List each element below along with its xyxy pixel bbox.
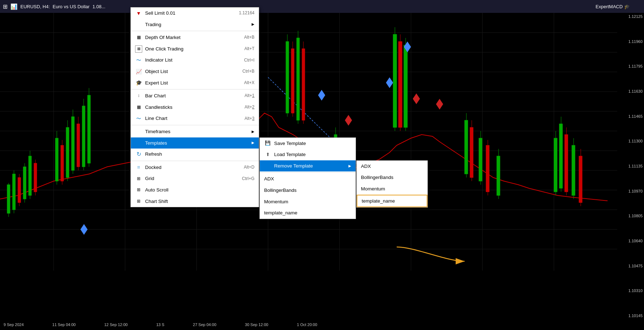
depth-shortcut: Alt+B: [244, 34, 254, 41]
load-tpl-icon: ⬆: [264, 151, 271, 158]
menu-item-indicator[interactable]: 〜 Indicator List Ctrl+I: [131, 54, 259, 66]
time-7: 1 Oct 20:00: [297, 322, 317, 327]
submenu-remove-template[interactable]: Remove Template ▶ ADX BollingerBands Mom…: [260, 160, 356, 172]
price-13: 1.10145: [619, 314, 643, 318]
object-shortcut: Ctrl+B: [242, 68, 254, 75]
menu-item-templates[interactable]: Templates ▶ 💾 Save Template ⬆ Load Templ…: [131, 137, 259, 149]
price-12: 1.10310: [619, 288, 643, 293]
remove-submenu: ADX BollingerBands Momentum template_nam…: [356, 160, 428, 208]
load-template-label: Load Template: [274, 151, 306, 159]
submenu-adx-label: ADX: [264, 175, 274, 183]
submenu-momentum-label: Momentum: [264, 198, 288, 206]
menu-item-timeframes[interactable]: Timeframes ▶: [131, 126, 259, 137]
remove-arrow: ▶: [348, 163, 351, 169]
expert-shortcut: Alt+X: [244, 79, 254, 86]
menu-item-grid[interactable]: ⊞ Grid Ctrl+G: [131, 173, 259, 184]
candles-shortcut: Alt+2: [244, 104, 254, 111]
oneclick-label: One Click Trading: [145, 45, 183, 53]
time-3: 12 Sep 12:00: [104, 322, 128, 327]
price-10: 1.10640: [619, 239, 643, 243]
price-3: 1.11795: [619, 64, 643, 68]
top-bar: ⊞ 📊 EURUSD, H4: Euro vs US Dollar 1.08..…: [0, 0, 644, 13]
sell-limit-shortcut: 1.12164: [239, 10, 254, 16]
time-1: 9 Sep 2024: [4, 322, 24, 327]
submenu-momentum[interactable]: Momentum: [260, 196, 356, 208]
chartshift-label: Chart Shift: [145, 198, 168, 205]
price-11: 1.10475: [619, 264, 643, 268]
separator-2: [131, 89, 259, 89]
menu-item-docked[interactable]: ⌗ Docked Alt+D: [131, 162, 259, 173]
depth-icon: ▦: [135, 34, 142, 41]
rm-adx[interactable]: ADX: [357, 161, 427, 172]
indicator-shortcut: Ctrl+I: [244, 57, 254, 64]
menu-item-trading[interactable]: Trading ▶: [131, 19, 259, 30]
symbol-label: EURUSD, H4:: [20, 4, 50, 9]
submenu-save-template[interactable]: 💾 Save Template: [260, 138, 356, 149]
price-9: 1.10805: [619, 214, 643, 218]
templates-icon: [135, 139, 142, 146]
price-5: 1.11465: [619, 114, 643, 118]
menu-item-candles[interactable]: ▦ Candlesticks Alt+2: [131, 102, 259, 113]
autoscroll-label: Auto Scroll: [145, 186, 168, 194]
menu-item-barchart[interactable]: ↕ Bar Chart Alt+1: [131, 90, 259, 102]
grid-shortcut: Ctrl+G: [242, 175, 254, 182]
menu-item-sell-limit[interactable]: ▼ Sell Limit 0.01 1.12164: [131, 8, 259, 19]
price-label: 1.08...: [93, 4, 105, 9]
submenu-template-name-label: template_name: [264, 209, 297, 217]
indicator-label: Indicator List: [145, 56, 173, 64]
barchart-label: Bar Chart: [145, 92, 166, 100]
barchart-shortcut: Alt+1: [244, 92, 254, 99]
submenu-adx[interactable]: ADX: [260, 173, 356, 185]
docked-shortcut: Alt+D: [244, 164, 254, 171]
indicator-icon: 〜: [135, 57, 142, 64]
rm-template-name[interactable]: template_name: [357, 195, 427, 208]
rm-momentum-label: Momentum: [361, 185, 385, 193]
price-axis: 1.12125 1.11960 1.11795 1.11630 1.11465 …: [617, 13, 644, 319]
candles-label: Candlesticks: [145, 103, 173, 111]
timeframes-icon: [135, 128, 142, 135]
menu-item-refresh[interactable]: ↻ Refresh: [131, 149, 259, 160]
menu-item-oneclick[interactable]: ⊠ One Click Trading Alt+T: [131, 43, 259, 55]
menu-item-object[interactable]: 📈 Object List Ctrl+B: [131, 66, 259, 77]
rm-bollingerbands-label: BollingerBands: [361, 174, 393, 181]
menu-item-expert[interactable]: 🎓 Expert List Alt+X: [131, 77, 259, 89]
grid-icon: ⊞: [3, 3, 8, 10]
separator-1: [131, 31, 259, 31]
rm-momentum[interactable]: Momentum: [357, 183, 427, 195]
timeframes-arrow: ▶: [252, 129, 254, 135]
time-5: 27 Sep 04:00: [193, 322, 216, 327]
grid-label: Grid: [145, 175, 154, 183]
templates-arrow: ▶: [252, 140, 254, 146]
separator-3: [131, 125, 259, 125]
templates-label: Templates: [145, 139, 167, 147]
price-6: 1.11300: [619, 139, 643, 143]
rm-template-name-label: template_name: [362, 197, 395, 205]
menu-item-autoscroll[interactable]: ⊞ Auto Scroll: [131, 184, 259, 196]
trading-icon: [135, 21, 142, 28]
price-8: 1.10970: [619, 189, 643, 193]
timeframes-label: Timeframes: [145, 128, 170, 136]
rm-bollingerbands[interactable]: BollingerBands: [357, 172, 427, 183]
separator-4: [131, 161, 259, 161]
autoscroll-icon: ⊞: [135, 186, 142, 194]
context-menu: ▼ Sell Limit 0.01 1.12164 Trading ▶ ▦ De…: [130, 7, 259, 207]
chart-icon: 📊: [10, 3, 18, 10]
refresh-label: Refresh: [145, 150, 162, 158]
annotation-arrow: [393, 243, 472, 272]
time-4: 13 S: [156, 322, 164, 327]
menu-item-chartshift[interactable]: ⊞ Chart Shift: [131, 196, 259, 207]
submenu-bollingerbands[interactable]: BollingerBands: [260, 185, 356, 196]
expert-label: ExpertMACD 🎓: [596, 4, 630, 9]
menu-item-linechart[interactable]: 〜 Line Chart Alt+3: [131, 113, 259, 124]
menu-item-depth[interactable]: ▦ Depth Of Market Alt+B: [131, 32, 259, 43]
trading-label: Trading: [145, 21, 161, 29]
remove-tpl-icon: [264, 162, 271, 170]
oneclick-shortcut: Alt+T: [244, 45, 254, 52]
depth-label: Depth Of Market: [145, 34, 180, 42]
submenu-template-name[interactable]: template_name: [260, 207, 356, 219]
sell-icon: ▼: [135, 10, 142, 17]
grid-icon-menu: ⊞: [135, 175, 142, 182]
templates-submenu: 💾 Save Template ⬆ Load Template Remove T…: [259, 137, 356, 219]
submenu-load-template[interactable]: ⬆ Load Template: [260, 149, 356, 160]
time-2: 11 Sep 04:00: [52, 322, 75, 327]
